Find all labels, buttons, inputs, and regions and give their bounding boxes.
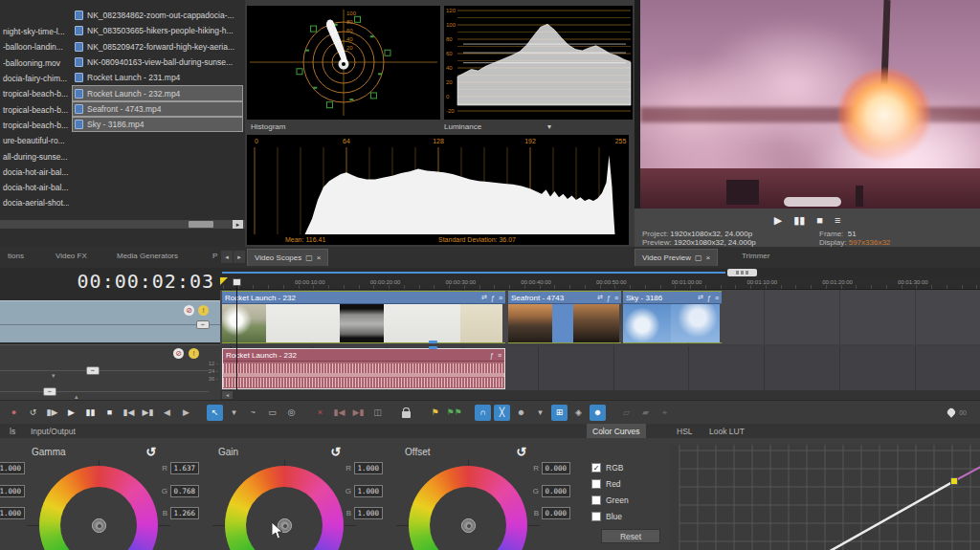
file-item[interactable]: docia-aerial-shot... <box>0 195 70 210</box>
audio-track-lane[interactable]: Rocket Launch - 232ƒ≡ <box>220 346 980 390</box>
event-menu-icon[interactable]: ≡ <box>499 295 502 301</box>
auto-ripple-button[interactable]: ☻ <box>513 405 529 421</box>
curve-control-point[interactable] <box>951 478 958 485</box>
curve-channel-blue[interactable]: Blue <box>591 512 622 521</box>
file-item[interactable]: docia-hot-air-bal... <box>0 180 70 195</box>
auto-crossfade-button[interactable]: ╳ <box>494 405 510 421</box>
checkbox-checked[interactable]: ✓ <box>591 463 601 473</box>
value-field[interactable]: 1.000 <box>354 462 383 474</box>
scroll-right-button[interactable]: ▸ <box>233 220 243 229</box>
lift-value-box[interactable]: 1.000 <box>0 462 25 474</box>
file-item[interactable]: Sky - 3186.mp4 <box>72 117 243 132</box>
window-icon[interactable]: ▢ <box>695 253 702 262</box>
chevron-down-icon[interactable]: ▾ <box>547 122 551 131</box>
timeline-top-scrollbar[interactable] <box>220 268 980 277</box>
file-item[interactable]: NK-080940163-view-ball-during-sunse... <box>72 55 243 70</box>
play-button[interactable]: ▶ <box>63 405 79 421</box>
event-fx-icon[interactable]: ƒ <box>491 295 495 301</box>
gain-color-wheel[interactable] <box>225 466 344 550</box>
event-pan-crop-icon[interactable]: ⇄ <box>597 294 603 301</box>
event-menu-icon[interactable]: ≡ <box>614 295 618 301</box>
value-field[interactable]: 1.000 <box>354 507 383 519</box>
tab-trimmer[interactable]: Trimmer <box>742 252 769 260</box>
value-field[interactable]: 0.768 <box>170 485 199 497</box>
scrollbar-grip[interactable] <box>727 269 757 276</box>
go-to-end-button[interactable]: ▶▮ <box>140 405 156 421</box>
video-solo-button[interactable]: ! <box>198 305 209 316</box>
video-clip[interactable]: Rocket Launch - 232⇄ƒ≡ <box>222 291 505 343</box>
loop-playback-button[interactable]: ↺ <box>25 405 41 421</box>
slip-tool-button[interactable]: ▱ <box>618 405 635 421</box>
file-item[interactable]: Rocket Launch - 231.mp4 <box>72 70 243 85</box>
curve-channel-red[interactable]: Red <box>591 479 621 489</box>
video-mute-button[interactable]: ⊘ <box>184 305 194 316</box>
file-item[interactable]: Seafront - 4743.mp4 <box>72 101 243 117</box>
offset-reset-button[interactable]: ↺ <box>514 445 529 460</box>
go-to-start-button[interactable]: ▮◀ <box>121 405 137 421</box>
preview-pause-button[interactable]: ▮▮ <box>793 214 805 227</box>
preview-menu-button[interactable]: ≡ <box>835 214 840 226</box>
video-fade-slider[interactable] <box>0 324 220 325</box>
file-item[interactable]: docia-fairy-chim... <box>0 71 70 86</box>
selection-edit-tool-button[interactable]: ▭ <box>264 405 280 421</box>
enable-snapping-button[interactable]: ∩ <box>475 405 491 421</box>
event-menu-icon[interactable]: ≡ <box>498 352 501 359</box>
video-clip[interactable]: Sky - 3186⇄ƒ≡ <box>623 291 722 343</box>
file-item[interactable]: tropical-beach-b... <box>0 101 70 117</box>
file-item[interactable]: night-sky-time-l... <box>0 24 70 39</box>
color-curve-editor[interactable] <box>670 445 980 550</box>
audio-pan-handle[interactable]: ▪▪ <box>43 387 56 396</box>
event-fx-icon[interactable]: ƒ <box>607 295 611 301</box>
video-track-header[interactable]: ⊘ ! ▪▪ <box>0 300 220 342</box>
envelope-edit-tool-button[interactable]: ~ <box>245 405 261 421</box>
record-button[interactable]: ● <box>6 405 22 421</box>
dock-tab-tions[interactable]: tions <box>8 252 24 260</box>
curve-channel-green[interactable]: Green <box>591 495 629 505</box>
event-pan-crop-icon[interactable]: ⇄ <box>481 294 487 301</box>
grading-tab-inputoutput[interactable]: Input/Output <box>25 424 81 438</box>
file-item[interactable]: all-during-sunse... <box>0 148 70 164</box>
audio-volume-handle[interactable]: ▪▪ <box>86 366 100 375</box>
tab-video-scopes[interactable]: Video Scopes ▢ × <box>247 249 328 266</box>
file-item[interactable]: NK_085209472-forward-high-key-aeria... <box>72 39 243 55</box>
event-fx-icon[interactable]: ƒ <box>707 295 711 301</box>
dock-scroll-left-button[interactable]: ◂ <box>221 251 233 263</box>
channel-selector[interactable]: Luminance <box>444 122 481 131</box>
tab-video-preview[interactable]: Video Preview ▢ × <box>635 249 718 266</box>
curves-reset-button[interactable]: Reset <box>601 529 660 543</box>
histogram-selector[interactable]: Histogram <box>251 122 285 131</box>
grading-tab-color-curves[interactable]: Color Curves <box>587 424 646 438</box>
event-fx-icon[interactable]: ƒ <box>490 352 494 359</box>
split-event-button[interactable]: ◫ <box>369 405 386 421</box>
curve-channel-rgb[interactable]: ✓RGB <box>591 463 623 473</box>
loop-region-marker[interactable] <box>220 277 228 285</box>
audio-volume-slider[interactable] <box>0 370 209 371</box>
playhead[interactable] <box>236 277 237 390</box>
value-field[interactable]: 1.000 <box>0 485 25 497</box>
gamma-wheel-handle[interactable] <box>92 518 106 533</box>
file-item[interactable]: NK_082384862-zoom-out-cappadocia-... <box>72 8 243 23</box>
close-icon[interactable]: × <box>706 253 711 262</box>
value-field[interactable]: 0.000 <box>542 485 570 497</box>
ignore-event-grouping-button[interactable]: ⊞ <box>551 405 568 421</box>
zoom-edit-tool-button[interactable]: ◎ <box>283 405 300 421</box>
video-track-lane[interactable]: Rocket Launch - 232⇄ƒ≡Seafront - 4743⇄ƒ≡… <box>220 290 980 344</box>
trim-event-start-button[interactable]: ▮◀ <box>331 405 347 421</box>
audio-pan-slider[interactable] <box>0 391 209 392</box>
file-item[interactable]: -balloon-landin... <box>0 39 70 55</box>
file-item[interactable]: NK_083503665-hikers-people-hiking-h... <box>72 23 243 38</box>
checkbox-unchecked[interactable] <box>591 479 601 489</box>
delete-button[interactable]: × <box>312 405 328 421</box>
dock-tab-mediagenerators[interactable]: Media Generators <box>117 252 178 260</box>
timeline-bottom-scrollbar[interactable]: ◂ <box>220 390 980 400</box>
edit-tool-dropdown-button[interactable]: ▾ <box>226 405 242 421</box>
grading-tab-hsl[interactable]: HSL <box>671 424 699 438</box>
file-item[interactable]: Rocket Launch - 232.mp4 <box>72 85 243 100</box>
insert-region-button[interactable]: ⚑⚑ <box>446 405 462 421</box>
lift-value-box[interactable]: 1.000 <box>0 507 25 519</box>
lift-value-box[interactable]: 1.000 <box>0 485 25 497</box>
value-field[interactable]: 1.266 <box>170 507 199 519</box>
value-field[interactable]: 0.000 <box>542 462 570 474</box>
scroll-left-button[interactable]: ◂ <box>222 391 233 399</box>
volume-dropdown-icon[interactable]: ▾ <box>52 372 56 380</box>
